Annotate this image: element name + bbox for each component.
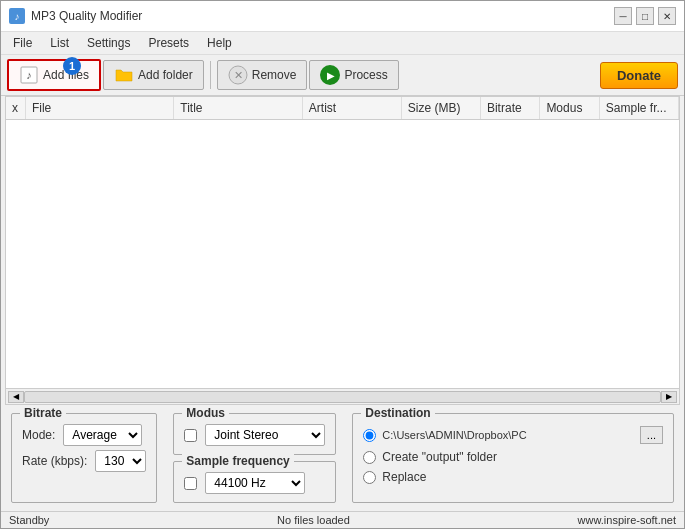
table-header: x File Title Artist Size (MB) Bitrate Mo… [6,97,679,120]
destination-replace-row: Replace [363,470,663,484]
table-body[interactable] [6,120,679,388]
modus-section-label: Modus [182,406,229,420]
browse-button[interactable]: ... [640,426,663,444]
remove-label: Remove [252,68,297,82]
status-right: www.inspire-soft.net [578,514,676,526]
sample-select[interactable]: 22050 Hz 44100 Hz 48000 Hz [205,472,305,494]
title-bar: ♪ MP3 Quality Modifier ─ □ ✕ [1,1,684,32]
close-button[interactable]: ✕ [658,7,676,25]
status-center: No files loaded [277,514,350,526]
add-files-button[interactable]: ♪ Add files [7,59,101,91]
horizontal-scrollbar[interactable]: ◀ ▶ [6,388,679,404]
main-window: ♪ MP3 Quality Modifier ─ □ ✕ File List S… [0,0,685,529]
file-table: x File Title Artist Size (MB) Bitrate Mo… [5,96,680,405]
bottom-panel: Bitrate Mode: Average Constant Variable … [1,405,684,511]
destination-replace-radio[interactable] [363,471,376,484]
bitrate-mode-row: Mode: Average Constant Variable [22,424,146,446]
col-artist: Artist [303,97,402,119]
remove-icon: ✕ [228,65,248,85]
sample-row: 22050 Hz 44100 Hz 48000 Hz [184,472,325,494]
bitrate-rate-row: Rate (kbps): 64 96 128 130 160 192 256 3… [22,450,146,472]
menu-list[interactable]: List [42,34,77,52]
destination-output-radio[interactable] [363,451,376,464]
remove-button[interactable]: ✕ Remove [217,60,308,90]
mode-label: Mode: [22,428,55,442]
toolbar-separator [210,61,211,89]
scrollbar-track[interactable] [24,391,661,403]
destination-section-label: Destination [361,406,434,420]
col-bitrate: Bitrate [481,97,540,119]
scroll-left-arrow[interactable]: ◀ [8,391,24,403]
minimize-button[interactable]: ─ [614,7,632,25]
col-size: Size (MB) [402,97,481,119]
process-label: Process [344,68,387,82]
svg-text:♪: ♪ [26,69,32,81]
destination-path-row: C:\Users\ADMIN\Dropbox\PC ... [363,426,663,444]
donate-button[interactable]: Donate [600,62,678,89]
replace-label: Replace [382,470,426,484]
bitrate-section: Bitrate Mode: Average Constant Variable … [11,413,157,503]
rate-label: Rate (kbps): [22,454,87,468]
destination-section: Destination C:\Users\ADMIN\Dropbox\PC ..… [352,413,674,503]
destination-output-row: Create "output" folder [363,450,663,464]
col-title: Title [174,97,303,119]
mode-select[interactable]: Average Constant Variable [63,424,142,446]
title-left: ♪ MP3 Quality Modifier [9,8,142,24]
destination-path-text: C:\Users\ADMIN\Dropbox\PC [382,429,633,441]
col-sample: Sample fr... [600,97,679,119]
sample-checkbox[interactable] [184,477,197,490]
window-title: MP3 Quality Modifier [31,9,142,23]
create-output-label: Create "output" folder [382,450,497,464]
modus-section: Modus Stereo Joint Stereo Mono Dual Chan… [173,413,336,455]
toolbar: 1 ♪ Add files Add folder [1,55,684,96]
menu-presets[interactable]: Presets [140,34,197,52]
process-play-icon [320,65,340,85]
app-icon: ♪ [9,8,25,24]
svg-text:✕: ✕ [233,69,242,81]
menu-bar: File List Settings Presets Help [1,32,684,55]
menu-settings[interactable]: Settings [79,34,138,52]
menu-help[interactable]: Help [199,34,240,52]
folder-icon [114,65,134,85]
bitrate-section-label: Bitrate [20,406,66,420]
maximize-button[interactable]: □ [636,7,654,25]
add-folder-label: Add folder [138,68,193,82]
destination-path-radio[interactable] [363,429,376,442]
modus-select[interactable]: Stereo Joint Stereo Mono Dual Channel [205,424,325,446]
menu-file[interactable]: File [5,34,40,52]
status-left: Standby [9,514,49,526]
col-file: File [26,97,174,119]
col-x: x [6,97,26,119]
process-button[interactable]: Process [309,60,398,90]
modus-checkbox[interactable] [184,429,197,442]
col-modus: Modus [540,97,599,119]
rate-select[interactable]: 64 96 128 130 160 192 256 320 [95,450,146,472]
scroll-right-arrow[interactable]: ▶ [661,391,677,403]
music-note-icon: ♪ [19,65,39,85]
status-bar: Standby No files loaded www.inspire-soft… [1,511,684,528]
badge: 1 [63,57,81,75]
add-folder-button[interactable]: Add folder [103,60,204,90]
title-controls: ─ □ ✕ [614,7,676,25]
sample-frequency-label: Sample frequency [182,454,293,468]
modus-row: Stereo Joint Stereo Mono Dual Channel [184,424,325,446]
sample-frequency-section: Sample frequency 22050 Hz 44100 Hz 48000… [173,461,336,503]
